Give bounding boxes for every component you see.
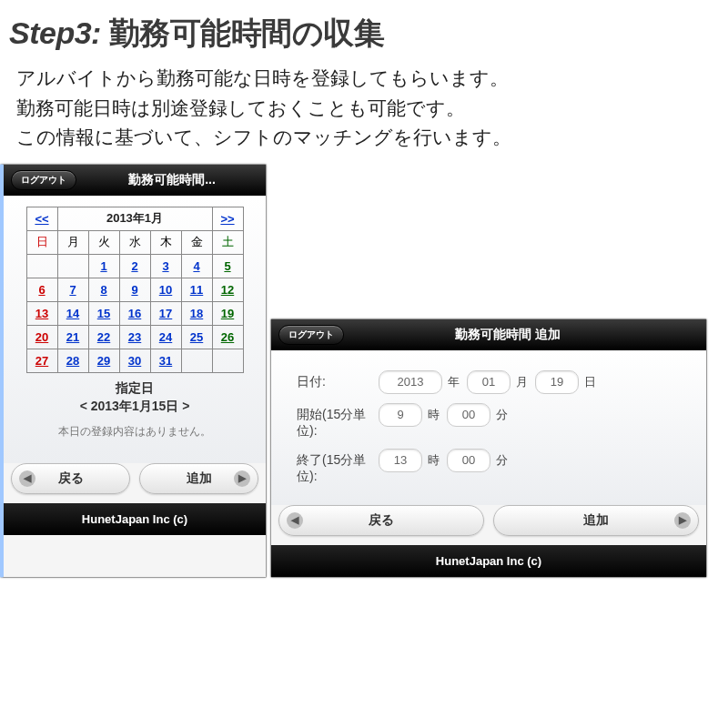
calendar-day-link[interactable]: 26 [221,330,234,344]
calendar-day[interactable]: 9 [119,278,150,301]
calendar-day[interactable]: 27 [26,349,57,372]
calendar-day[interactable]: 22 [88,325,119,349]
calendar-day[interactable]: 7 [57,278,88,301]
page-heading: Step3: 勤務可能時間の収集 [0,0,728,60]
calendar-day-link[interactable]: 2 [131,259,137,273]
calendar-day [181,349,212,372]
calendar-day-link[interactable]: 15 [97,307,110,320]
back-button[interactable]: ◀ 戻る [278,505,484,536]
calendar-day[interactable]: 8 [88,278,119,301]
calendar-day-link[interactable]: 29 [97,354,110,368]
end-min-input[interactable]: 00 [447,449,490,472]
calendar-day-link[interactable]: 31 [159,354,172,368]
calendar-day-link[interactable]: 23 [128,330,141,344]
min-unit: 分 [496,452,508,469]
add-button-label: 追加 [187,470,212,487]
calendar-day-link[interactable]: 1 [100,259,106,273]
calendar-day[interactable]: 25 [181,325,212,349]
calendar-day [212,349,243,372]
calendar-day[interactable]: 13 [26,301,57,325]
calendar-day[interactable]: 20 [26,325,57,349]
year-unit: 年 [448,374,460,390]
date-label: 日付: [297,370,379,390]
calendar-day-link[interactable]: 21 [66,330,79,344]
calendar-day[interactable]: 10 [150,278,181,301]
calendar-day-link[interactable]: 10 [159,283,172,297]
calendar-day-link[interactable]: 30 [128,354,141,368]
calendar-day[interactable]: 24 [150,325,181,349]
calendar-day-link[interactable]: 13 [35,307,48,320]
calendar-day[interactable]: 1 [88,254,119,278]
start-min-input[interactable]: 00 [447,403,490,427]
day-unit: 日 [584,374,596,390]
back-button-label: 戻る [58,470,84,487]
calendar-day-link[interactable]: 14 [66,307,79,320]
calendar-day[interactable]: 11 [181,278,212,301]
calendar-day-link[interactable]: 7 [69,283,76,297]
calendar-day-link[interactable]: 12 [221,283,234,297]
calendar-day-link[interactable]: 24 [159,330,172,344]
selected-date: < 2013年1月15日 > [15,399,255,415]
calendar-day[interactable]: 4 [181,254,212,278]
desc-line: 勤務可能日時は別途登録しておくことも可能です。 [16,94,719,124]
day-input[interactable]: 19 [535,370,579,394]
calendar-day-link[interactable]: 4 [193,259,199,273]
calendar-day-link[interactable]: 11 [190,283,203,297]
calendar-day-link[interactable]: 19 [221,307,234,320]
end-hour-input[interactable]: 13 [379,449,422,472]
calendar-day-link[interactable]: 22 [97,330,110,344]
calendar-day[interactable]: 23 [119,325,150,349]
calendar-day[interactable]: 31 [150,349,181,372]
add-button[interactable]: 追加 ▶ [493,505,699,536]
logout-button[interactable]: ログアウト [278,325,344,345]
end-label: 終了(15分単位): [297,449,379,485]
chevron-right-icon: ▶ [674,512,691,529]
calendar-day-link[interactable]: 17 [159,307,172,320]
calendar-day[interactable]: 6 [26,278,57,301]
desc-line: アルバイトから勤務可能な日時を登録してもらいます。 [16,64,719,94]
calendar-day-link[interactable]: 8 [100,283,106,297]
start-label: 開始(15分単位): [297,403,379,440]
calendar-day[interactable]: 2 [119,254,150,278]
calendar-day-link[interactable]: 20 [35,330,48,344]
calendar-day[interactable]: 15 [88,301,119,325]
calendar-day[interactable]: 29 [88,349,119,372]
calendar-day[interactable]: 26 [212,325,243,349]
prev-month-button[interactable]: << [26,207,57,230]
calendar-day-link[interactable]: 3 [162,259,168,273]
year-input[interactable]: 2013 [379,370,442,394]
dow-header: 土 [212,230,243,254]
month-input[interactable]: 01 [467,370,511,394]
calendar-day[interactable]: 5 [212,254,243,278]
start-hour-input[interactable]: 9 [379,403,422,427]
calendar-day-link[interactable]: 25 [190,330,203,344]
calendar-day-link[interactable]: 27 [35,354,48,368]
calendar-day[interactable]: 30 [119,349,150,372]
dow-header: 木 [150,230,181,254]
add-button[interactable]: 追加 ▶ [139,463,258,494]
calendar-day[interactable]: 19 [212,301,243,325]
calendar-day[interactable]: 14 [57,301,88,325]
month-label: 2013年1月 [57,207,212,230]
calendar-day-link[interactable]: 18 [190,307,203,320]
dow-header: 火 [88,230,119,254]
calendar-day[interactable]: 16 [119,301,150,325]
calendar-day[interactable]: 12 [212,278,243,301]
logout-button[interactable]: ログアウト [11,170,76,190]
add-button-label: 追加 [583,512,609,529]
calendar-day[interactable]: 28 [57,349,88,372]
back-button[interactable]: ◀ 戻る [11,463,130,494]
calendar-day-link[interactable]: 28 [66,354,79,368]
calendar-day-link[interactable]: 5 [224,259,230,273]
dow-header: 金 [181,230,212,254]
calendar-day-link[interactable]: 9 [131,283,137,297]
next-month-button[interactable]: >> [212,207,243,230]
calendar-day-link[interactable]: 6 [38,283,45,297]
add-form-panel: ログアウト 勤務可能時間 追加 日付: 2013 年 01 月 19 日 開始(… [270,318,707,578]
calendar-day[interactable]: 21 [57,325,88,349]
calendar-day[interactable]: 17 [150,301,181,325]
topbar: ログアウト 勤務可能時間 追加 [271,319,706,350]
calendar-day-link[interactable]: 16 [128,307,141,320]
calendar-day[interactable]: 18 [181,301,212,325]
calendar-day[interactable]: 3 [150,254,181,278]
